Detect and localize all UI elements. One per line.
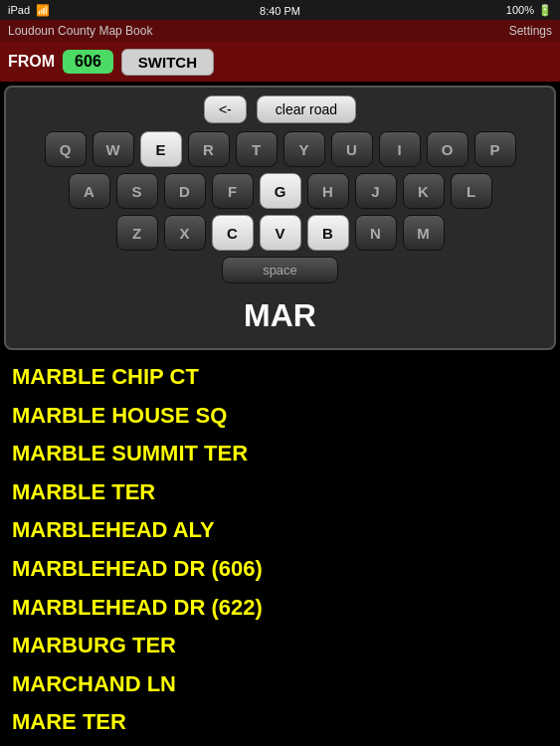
key-C[interactable]: C <box>212 215 254 251</box>
street-list[interactable]: MARBLE CHIP CTMARBLE HOUSE SQMARBLE SUMM… <box>0 354 560 746</box>
key-A[interactable]: A <box>69 173 110 209</box>
street-item[interactable]: MARBLE CHIP CT <box>12 358 548 397</box>
key-B[interactable]: B <box>307 215 349 251</box>
key-U[interactable]: U <box>331 131 373 167</box>
street-item[interactable]: MARBLEHEAD ALY <box>12 511 548 550</box>
key-X[interactable]: X <box>164 215 206 251</box>
status-bar: iPad 📶 8:40 PM 100% 🔋 <box>0 0 560 20</box>
keyboard-top-row: <- clear road <box>10 95 550 123</box>
key-D[interactable]: D <box>164 173 206 209</box>
key-I[interactable]: I <box>379 131 421 167</box>
street-item[interactable]: MARE TER <box>12 703 548 742</box>
key-M[interactable]: M <box>403 215 445 251</box>
key-E[interactable]: E <box>140 131 182 167</box>
battery-label: 100% <box>506 4 534 16</box>
key-T[interactable]: T <box>236 131 278 167</box>
from-label: FROM <box>8 53 55 71</box>
space-button[interactable]: space <box>222 257 338 283</box>
toolbar: FROM 606 SWITCH <box>0 42 560 82</box>
backspace-button[interactable]: <- <box>204 95 247 123</box>
key-Q[interactable]: Q <box>45 131 87 167</box>
page-number-badge: 606 <box>63 50 113 74</box>
key-O[interactable]: O <box>427 131 468 167</box>
app-title: Loudoun County Map Book <box>8 24 152 38</box>
street-item[interactable]: MARBLEHEAD DR (606) <box>12 550 548 589</box>
keyboard-space-row: space <box>10 257 550 287</box>
key-W[interactable]: W <box>93 131 134 167</box>
clock: 8:40 PM <box>260 5 300 17</box>
key-J[interactable]: J <box>355 173 397 209</box>
key-Y[interactable]: Y <box>283 131 325 167</box>
keyboard-section: <- clear road Q W E R T Y U I O P A S D … <box>4 86 556 350</box>
key-G[interactable]: G <box>260 173 301 209</box>
key-Z[interactable]: Z <box>116 215 158 251</box>
key-P[interactable]: P <box>474 131 516 167</box>
street-item[interactable]: MARBLE TER <box>12 473 548 512</box>
key-N[interactable]: N <box>355 215 397 251</box>
street-item[interactable]: MARBLEHEAD DR (622) <box>12 589 548 628</box>
keyboard-row-3: Z X C V B N M <box>10 215 550 251</box>
street-item[interactable]: MARBURG TER <box>12 627 548 665</box>
keyboard-row-1: Q W E R T Y U I O P <box>10 131 550 167</box>
current-input-display: MAR <box>10 293 550 340</box>
street-item[interactable]: MARBLE HOUSE SQ <box>12 397 548 436</box>
key-F[interactable]: F <box>212 173 254 209</box>
wifi-icon: 📶 <box>36 4 50 17</box>
device-label: iPad <box>8 4 30 16</box>
battery-icon: 🔋 <box>538 4 552 17</box>
key-R[interactable]: R <box>188 131 230 167</box>
keyboard-row-2: A S D F G H J K L <box>10 173 550 209</box>
switch-button[interactable]: SWITCH <box>121 49 214 76</box>
key-H[interactable]: H <box>307 173 349 209</box>
title-bar: Loudoun County Map Book Settings <box>0 20 560 42</box>
street-item[interactable]: MARCHAND LN <box>12 665 548 704</box>
clear-road-button[interactable]: clear road <box>257 95 356 123</box>
key-V[interactable]: V <box>260 215 301 251</box>
key-K[interactable]: K <box>403 173 445 209</box>
street-item[interactable]: MARGATE CT <box>12 742 548 746</box>
key-S[interactable]: S <box>116 173 158 209</box>
key-L[interactable]: L <box>451 173 492 209</box>
street-item[interactable]: MARBLE SUMMIT TER <box>12 435 548 473</box>
settings-button[interactable]: Settings <box>509 24 552 38</box>
